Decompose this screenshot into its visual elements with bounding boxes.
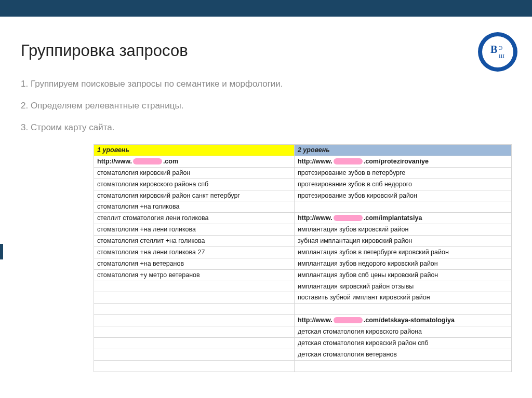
right-cell: имплантация зубов в петербурге кировский… — [294, 246, 511, 258]
keywords-table-wrap: 1 уровень2 уровеньhttp://www..comhttp://… — [94, 144, 512, 372]
right-cell: имплантация зубов кировский район — [294, 224, 511, 236]
table-row: стоматология +у метро ветерановимплантац… — [94, 269, 512, 281]
right-cell: детская стоматология кировский район спб — [294, 337, 511, 349]
left-cell: стоматология +на лени голикова — [94, 224, 295, 236]
right-cell — [294, 360, 511, 372]
table-row: стоматология +на голикова — [94, 201, 512, 213]
table-row: http://www..com/detskaya-stomatologiya — [94, 315, 512, 326]
left-cell — [94, 360, 295, 372]
url-cell: http://www..com/implantatsiya — [294, 213, 511, 224]
left-cell: стоматология стеллит +на голикова — [94, 236, 295, 247]
table-row — [94, 360, 512, 372]
redaction-mark — [133, 158, 162, 164]
table-row: стоматология +на ветерановимплантация зу… — [94, 258, 512, 269]
page-title: Группировка запросов — [21, 42, 511, 60]
header-left: 1 уровень — [94, 145, 295, 156]
table-row: детская стоматология кировского района — [94, 326, 512, 338]
redaction-mark — [334, 215, 363, 221]
redaction-mark — [334, 158, 363, 164]
left-cell: стоматология кировский район — [94, 167, 295, 179]
left-cell: стоматология +на голикова — [94, 201, 295, 213]
table-row: стоматология кировский районпротезирован… — [94, 167, 512, 179]
right-cell: имплантация кировский район отзывы — [294, 281, 511, 292]
right-cell: поставить зубной имплант кировский район — [294, 292, 511, 304]
left-cell — [94, 304, 295, 315]
table-row: стоматология кировского района спбпротез… — [94, 179, 512, 190]
table-row: детская стоматология кировский район спб — [94, 337, 512, 349]
right-cell: протезирование зубов кировский район — [294, 190, 511, 201]
right-cell — [294, 304, 511, 315]
right-cell: протезирование зубов в спб недорого — [294, 179, 511, 190]
table-row — [94, 304, 512, 315]
table-row: стоматология стеллит +на голиковазубная … — [94, 236, 512, 247]
right-cell — [294, 201, 511, 213]
right-cell: детская стоматология ветеранов — [294, 349, 511, 360]
right-cell: зубная имплантация кировский район — [294, 236, 511, 247]
left-cell: стоматология +у метро ветеранов — [94, 269, 295, 281]
right-cell: имплантация зубов недорого кировский рай… — [294, 258, 511, 269]
steps-list: 1. Группируем поисковые запросы по семан… — [21, 79, 511, 133]
right-cell: протезирование зубов в петербурге — [294, 167, 511, 179]
left-cell — [94, 326, 295, 338]
left-cell: стоматология +на лени голикова 27 — [94, 246, 295, 258]
header-bar — [0, 0, 532, 17]
left-cell: стоматология кировского района спб — [94, 179, 295, 190]
left-cell — [94, 337, 295, 349]
url-cell: http://www..com — [94, 156, 295, 167]
left-cell — [94, 315, 295, 326]
left-cell — [94, 281, 295, 292]
left-cell: стоматология +на ветеранов — [94, 258, 295, 269]
step-3: 3. Строим карту сайта. — [21, 122, 511, 133]
table-row: http://www..comhttp://www..com/proteziro… — [94, 156, 512, 167]
header-right: 2 уровень — [294, 145, 511, 156]
redaction-mark — [334, 317, 363, 323]
url-cell: http://www..com/protezirovaniye — [294, 156, 511, 167]
keywords-table: 1 уровень2 уровеньhttp://www..comhttp://… — [94, 144, 512, 372]
slide-content: Группировка запросов 1. Группируем поиск… — [0, 17, 532, 372]
table-row: стоматология +на лени голиковаимплантаци… — [94, 224, 512, 236]
url-cell: http://www..com/detskaya-stomatologiya — [294, 315, 511, 326]
right-cell: имплантация зубов спб цены кировский рай… — [294, 269, 511, 281]
step-1: 1. Группируем поисковые запросы по семан… — [21, 79, 511, 89]
table-row: стоматология +на лени голикова 27имплант… — [94, 246, 512, 258]
table-row: детская стоматология ветеранов — [94, 349, 512, 360]
table-row: имплантация кировский район отзывы — [94, 281, 512, 292]
left-cell: стоматология кировский район санкт петер… — [94, 190, 295, 201]
left-cell: стеллит стоматология лени голикова — [94, 213, 295, 224]
table-row: стоматология кировский район санкт петер… — [94, 190, 512, 201]
table-row: стеллит стоматология лени голиковаhttp:/… — [94, 213, 512, 224]
left-cell — [94, 349, 295, 360]
table-row: поставить зубной имплант кировский район — [94, 292, 512, 304]
left-cell — [94, 292, 295, 304]
step-2: 2. Определяем релевантные страницы. — [21, 101, 511, 111]
right-cell: детская стоматология кировского района — [294, 326, 511, 338]
